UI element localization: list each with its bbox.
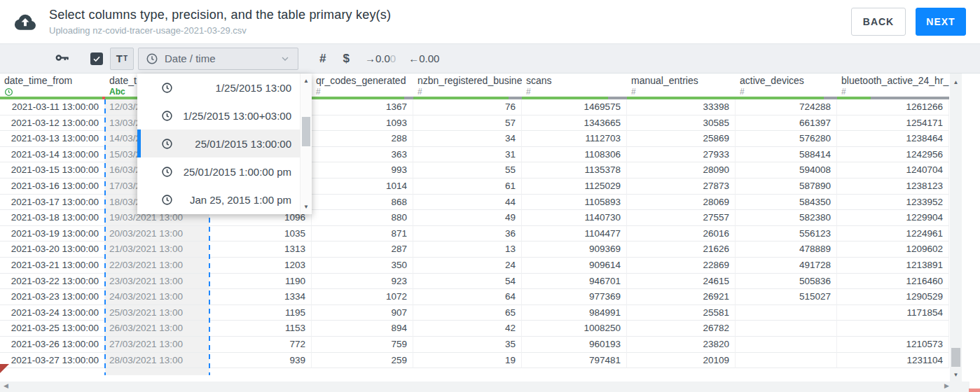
table-cell[interactable]: 984991 (522, 305, 627, 321)
table-cell[interactable]: 25581 (627, 305, 736, 321)
table-cell[interactable]: 1313 (209, 241, 312, 258)
table-cell[interactable]: 1135378 (522, 162, 627, 178)
table-cell[interactable]: 584350 (736, 195, 837, 211)
table-cell[interactable]: 2021-03-11 13:00:00 (0, 99, 105, 115)
date-format-option[interactable]: 25/01/2015 13:00:00 (137, 130, 300, 158)
table-cell[interactable]: 28090 (627, 162, 736, 178)
table-cell[interactable]: 1231104 (837, 353, 949, 369)
vertical-scroll-thumb[interactable] (951, 348, 960, 367)
table-cell[interactable]: 13 (413, 241, 522, 258)
table-cell[interactable]: 33398 (627, 99, 736, 115)
table-cell[interactable]: 1209602 (837, 241, 949, 258)
table-cell[interactable]: 1035 (209, 226, 312, 242)
table-cell[interactable]: 20109 (627, 353, 736, 369)
table-cell[interactable]: 1224961 (837, 226, 949, 242)
column-header-nzbn_registered_busine[interactable]: nzbn_registered_busine# (413, 74, 522, 99)
dropdown-scrollbar[interactable]: ▲ ▼ (300, 74, 312, 214)
table-cell[interactable]: 505836 (736, 274, 837, 290)
table-cell[interactable] (736, 321, 837, 337)
table-cell[interactable]: 1343665 (522, 115, 627, 132)
table-cell[interactable]: 1469575 (522, 99, 627, 115)
table-cell[interactable]: 23/03/2021 13:00 (105, 274, 209, 290)
table-cell[interactable]: 960193 (522, 337, 627, 353)
table-cell[interactable]: 2021-03-13 13:00:00 (0, 131, 105, 147)
scroll-up-icon[interactable]: ▲ (301, 78, 312, 84)
table-cell[interactable]: 2021-03-27 13:00:00 (0, 353, 105, 369)
table-cell[interactable]: 2021-03-16 13:00:00 (0, 178, 105, 195)
table-cell[interactable]: 61 (413, 178, 522, 195)
column-header-qr_codes_generated[interactable]: qr_codes_generated# (312, 74, 413, 99)
table-cell[interactable]: 288 (312, 131, 413, 147)
table-cell[interactable]: 26921 (627, 289, 736, 305)
next-button[interactable]: NEXT (916, 8, 966, 36)
table-cell[interactable]: 44 (413, 195, 522, 211)
table-cell[interactable]: 515027 (736, 289, 837, 305)
table-cell[interactable]: 23820 (627, 337, 736, 353)
table-cell[interactable]: 1153 (209, 321, 312, 337)
table-cell[interactable]: 26782 (627, 321, 736, 337)
currency-type-button[interactable]: $ (343, 52, 349, 66)
table-cell[interactable]: 26016 (627, 226, 736, 242)
primary-key-icon[interactable] (55, 50, 71, 66)
table-cell[interactable]: 19 (413, 353, 522, 369)
dropdown-scroll-thumb[interactable] (302, 117, 310, 146)
table-cell[interactable]: 661397 (736, 115, 837, 132)
table-cell[interactable]: 35 (413, 337, 522, 353)
increase-decimal-button[interactable]: ←0.00 (408, 52, 439, 64)
table-cell[interactable]: 923 (312, 274, 413, 290)
table-cell[interactable]: 868 (312, 195, 413, 211)
table-cell[interactable]: 24/03/2021 13:00 (105, 289, 209, 305)
table-cell[interactable]: 797481 (522, 353, 627, 369)
scroll-down-icon[interactable]: ▼ (950, 372, 962, 378)
date-format-option[interactable]: 25/01/2015 1:00:00 pm (137, 158, 300, 186)
table-cell[interactable]: 21/03/2021 13:00 (105, 241, 209, 258)
table-cell[interactable]: 2021-03-14 13:00:00 (0, 147, 105, 163)
table-cell[interactable]: 30585 (627, 115, 736, 132)
table-cell[interactable]: 36 (413, 226, 522, 242)
table-cell[interactable]: 587890 (736, 178, 837, 195)
table-cell[interactable]: 27873 (627, 178, 736, 195)
table-cell[interactable]: 1290529 (837, 289, 949, 305)
table-cell[interactable]: 871 (312, 226, 413, 242)
table-cell[interactable]: 57 (413, 115, 522, 132)
table-cell[interactable]: 24615 (627, 274, 736, 290)
decrease-decimal-button[interactable]: →0.00 (365, 52, 396, 64)
date-format-option[interactable]: 1/25/2015 13:00 (137, 74, 300, 102)
table-cell[interactable] (736, 353, 837, 369)
table-cell[interactable]: 2021-03-22 13:00:00 (0, 274, 105, 290)
table-cell[interactable] (736, 305, 837, 321)
table-cell[interactable]: 27557 (627, 210, 736, 226)
table-cell[interactable]: 49 (413, 210, 522, 226)
table-cell[interactable]: 1105893 (522, 195, 627, 211)
table-cell[interactable]: 556123 (736, 226, 837, 242)
table-cell[interactable]: 1233952 (837, 195, 949, 211)
table-cell[interactable]: 1008250 (522, 321, 627, 337)
table-cell[interactable]: 1171854 (837, 305, 949, 321)
table-cell[interactable]: 2021-03-19 13:00:00 (0, 226, 105, 242)
table-cell[interactable]: 1254171 (837, 115, 949, 132)
column-type-select[interactable]: Date / time (138, 48, 298, 70)
table-cell[interactable]: 65 (413, 305, 522, 321)
table-cell[interactable]: 939 (209, 353, 312, 369)
column-header-date_time_from[interactable]: date_time_from (0, 74, 105, 99)
table-cell[interactable]: 993 (312, 162, 413, 178)
table-cell[interactable]: 287 (312, 241, 413, 258)
table-cell[interactable]: 977369 (522, 289, 627, 305)
table-cell[interactable]: 2021-03-18 13:00:00 (0, 210, 105, 226)
table-cell[interactable]: 42 (413, 321, 522, 337)
table-cell[interactable]: 724288 (736, 99, 837, 115)
table-cell[interactable]: 772 (209, 337, 312, 353)
table-cell[interactable]: 880 (312, 210, 413, 226)
table-cell[interactable]: 2021-03-23 13:00:00 (0, 289, 105, 305)
table-cell[interactable]: 1108306 (522, 147, 627, 163)
scroll-left-icon[interactable]: ◀ (4, 382, 8, 389)
column-header-active_devices[interactable]: active_devices# (736, 74, 837, 99)
table-cell[interactable]: 582380 (736, 210, 837, 226)
table-cell[interactable]: 1072 (312, 289, 413, 305)
table-cell[interactable]: 64 (413, 289, 522, 305)
table-cell[interactable]: 1242956 (837, 147, 949, 163)
table-cell[interactable]: 1140730 (522, 210, 627, 226)
table-cell[interactable]: 27933 (627, 147, 736, 163)
table-cell[interactable]: 28/03/2021 13:00 (105, 353, 209, 369)
scroll-down-icon[interactable]: ▼ (301, 204, 312, 210)
